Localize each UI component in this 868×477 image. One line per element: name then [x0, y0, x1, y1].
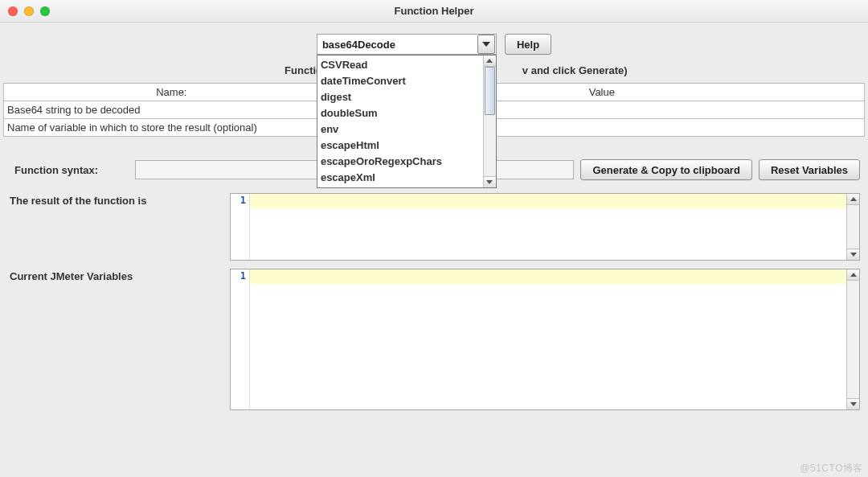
scroll-thumb[interactable] [485, 67, 495, 115]
parameters-name-header: Name: [4, 84, 340, 101]
window-titlebar: Function Helper [0, 0, 868, 23]
param-name-cell: Base64 string to be decoded [4, 101, 340, 119]
help-button[interactable]: Help [505, 34, 551, 55]
function-option[interactable]: escapeHtml [321, 138, 480, 154]
scroll-up-arrow[interactable] [484, 56, 496, 67]
function-option[interactable]: escapeXml [321, 170, 480, 186]
vars-gutter: 1 [231, 269, 250, 409]
function-option[interactable]: digest [321, 89, 480, 105]
param-name-cell: Name of variable in which to store the r… [4, 119, 340, 137]
reset-variables-button[interactable]: Reset Variables [759, 159, 860, 180]
scroll-up-arrow[interactable] [847, 194, 859, 205]
function-option[interactable]: doubleSum [321, 105, 480, 121]
function-select[interactable]: base64Decode CSVRead dateTimeConvert dig… [317, 34, 497, 55]
scroll-up-arrow[interactable] [847, 269, 859, 281]
function-option[interactable]: env [321, 121, 480, 138]
vars-current-line [250, 269, 846, 284]
watermark: @51CTO博客 [800, 462, 863, 475]
result-label: The result of the function is [8, 193, 223, 207]
function-option[interactable]: escapeOroRegexpChars [321, 154, 480, 170]
function-option[interactable]: dateTimeConvert [321, 73, 480, 89]
scroll-down-arrow[interactable] [484, 176, 496, 187]
jmeter-vars-label: Current JMeter Variables [8, 269, 223, 282]
function-select-popup[interactable]: CSVRead dateTimeConvert digest doubleSum… [317, 55, 497, 188]
result-gutter: 1 [231, 194, 250, 260]
window-title: Function Helper [0, 5, 868, 17]
generate-copy-button[interactable]: Generate & Copy to clipboard [580, 159, 751, 180]
function-syntax-label: Function syntax: [14, 164, 129, 176]
result-current-line [250, 194, 846, 208]
jmeter-vars-textarea[interactable]: 1 [230, 269, 860, 410]
vars-scrollbar[interactable] [846, 269, 859, 409]
function-select-value: base64Decode [317, 39, 477, 51]
result-scrollbar[interactable] [846, 194, 859, 260]
function-option[interactable]: CSVRead [321, 57, 480, 73]
scroll-down-arrow[interactable] [847, 249, 859, 260]
function-select-arrow[interactable] [477, 35, 495, 54]
result-textarea[interactable]: 1 [230, 193, 860, 261]
scroll-down-arrow[interactable] [847, 398, 859, 409]
popup-scrollbar[interactable] [483, 56, 496, 187]
chevron-down-icon [482, 42, 490, 47]
